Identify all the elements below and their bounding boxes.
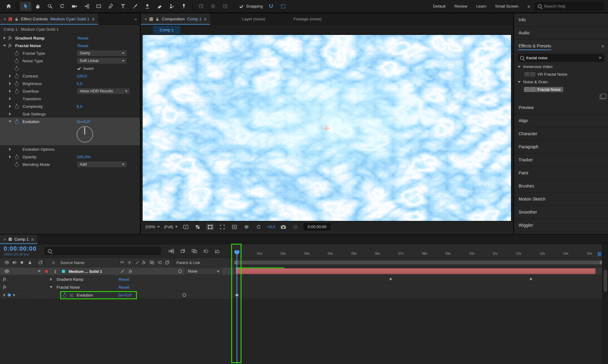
panel-menu-icon[interactable]: ≡ bbox=[31, 237, 34, 242]
reset-link[interactable]: Reset bbox=[119, 277, 129, 281]
panel-header-info[interactable]: Info bbox=[514, 13, 608, 26]
panel-menu-icon[interactable]: ≡ bbox=[601, 43, 604, 49]
show-snapshot-icon[interactable] bbox=[292, 224, 300, 230]
evolution-dial[interactable] bbox=[77, 126, 93, 143]
zoom-tool-icon[interactable] bbox=[44, 2, 56, 11]
effect-name[interactable]: Fractal Noise bbox=[57, 285, 80, 289]
camera-tool-icon[interactable] bbox=[69, 2, 80, 11]
twirl-right-icon[interactable] bbox=[4, 36, 5, 39]
type-tool-icon[interactable] bbox=[117, 2, 129, 11]
fx-badge-icon[interactable]: fx bbox=[9, 43, 12, 48]
parent-dropdown[interactable]: None bbox=[185, 268, 222, 275]
resolution-dropdown[interactable]: (Full) bbox=[164, 225, 178, 229]
region-of-interest-icon[interactable] bbox=[218, 224, 226, 230]
layer-fx-switch[interactable]: fx bbox=[129, 269, 132, 274]
graph-editor-icon[interactable] bbox=[213, 247, 222, 255]
panel-header-brushes[interactable]: Brushes bbox=[514, 180, 608, 193]
fractal-noise-row[interactable]: fx Fractal Noise Reset bbox=[0, 283, 234, 291]
keyframe-toggle-icon[interactable] bbox=[7, 293, 11, 297]
property-pickwhip-icon[interactable] bbox=[182, 293, 186, 297]
property-value[interactable]: 6,0 bbox=[77, 104, 82, 108]
property-value[interactable]: 0,0 bbox=[77, 81, 82, 86]
work-area-start-handle[interactable] bbox=[235, 261, 237, 264]
scrollbar-thumb[interactable] bbox=[604, 270, 607, 292]
effect-name[interactable]: Gradient Ramp bbox=[57, 277, 83, 281]
effect-control-point[interactable] bbox=[324, 126, 328, 130]
panel-header-motion-sketch[interactable]: Motion Sketch bbox=[514, 193, 608, 206]
close-icon[interactable]: × bbox=[4, 17, 6, 22]
parent-pickwhip-icon[interactable] bbox=[178, 270, 182, 273]
twirl-down-icon[interactable] bbox=[9, 121, 12, 122]
panel-header-preview[interactable]: Preview bbox=[514, 101, 608, 114]
layer-quality-switch[interactable] bbox=[120, 269, 124, 273]
layer-eye-icon[interactable] bbox=[4, 270, 9, 273]
hand-tool-icon[interactable] bbox=[32, 2, 43, 11]
stopwatch-icon[interactable] bbox=[15, 104, 19, 109]
panel-menu-icon[interactable]: ≡ bbox=[204, 16, 207, 22]
twirl-right-icon[interactable] bbox=[9, 148, 11, 151]
frame-blending-icon[interactable] bbox=[190, 247, 199, 255]
stopwatch-icon[interactable] bbox=[15, 74, 19, 78]
stopwatch-icon[interactable] bbox=[15, 51, 19, 56]
timeline-scrollbar[interactable] bbox=[602, 244, 608, 364]
twirl-right-icon[interactable] bbox=[9, 155, 11, 158]
fx-badge-icon[interactable]: fx bbox=[3, 285, 6, 290]
property-value[interactable]: 100,0% bbox=[77, 154, 91, 159]
stopwatch-icon[interactable] bbox=[15, 58, 19, 63]
layer-row[interactable]: 1 Medium ... Solid 1 fx None bbox=[0, 267, 234, 275]
panel-overflow-chevron[interactable]: » bbox=[134, 16, 137, 22]
exposure-value[interactable]: +0,0 bbox=[267, 225, 275, 229]
work-area-end-handle[interactable] bbox=[600, 261, 602, 264]
twirl-right-icon[interactable] bbox=[9, 74, 11, 77]
layer-duration-bar[interactable] bbox=[236, 268, 596, 274]
comp-viewer-tab[interactable]: Comp 1 bbox=[153, 26, 180, 34]
close-icon[interactable]: × bbox=[144, 17, 147, 22]
gradient-ramp-row[interactable]: fx Gradient Ramp Reset bbox=[0, 275, 234, 283]
world-axis-mode-icon[interactable] bbox=[207, 2, 219, 11]
effects-presets-search-box[interactable]: × bbox=[518, 54, 604, 62]
next-keyframe-icon[interactable] bbox=[13, 294, 15, 297]
twirl-right-icon[interactable] bbox=[9, 97, 11, 100]
keyframe-dot[interactable] bbox=[530, 278, 532, 280]
workspace-small-screen[interactable]: Small Screen bbox=[491, 4, 523, 9]
close-icon[interactable]: × bbox=[4, 237, 6, 242]
timeline-search-input[interactable] bbox=[54, 249, 158, 253]
mini-flowchart-icon[interactable] bbox=[167, 247, 176, 255]
motion-blur-icon[interactable] bbox=[201, 247, 210, 255]
view-axis-mode-icon[interactable] bbox=[220, 2, 231, 11]
reset-link[interactable]: Reset bbox=[78, 43, 88, 48]
panel-header-paint[interactable]: Paint bbox=[514, 167, 608, 180]
eraser-tool-icon[interactable] bbox=[154, 2, 165, 11]
stopwatch-icon[interactable] bbox=[15, 89, 19, 94]
stopwatch-active-icon[interactable] bbox=[63, 293, 67, 297]
workspace-review[interactable]: Review bbox=[450, 4, 471, 9]
fx-badge-icon[interactable]: fx bbox=[9, 36, 12, 40]
pen-tool-icon[interactable] bbox=[105, 2, 116, 11]
panel-header-paragraph[interactable]: Paragraph bbox=[514, 140, 608, 153]
fractal-type-dropdown[interactable]: Swirly bbox=[77, 50, 127, 57]
graph-toggle-icon[interactable] bbox=[70, 293, 74, 297]
blending-mode-dropdown[interactable]: Add bbox=[77, 161, 127, 168]
layer-name[interactable]: Medium ... Solid 1 bbox=[69, 269, 102, 273]
brush-tool-icon[interactable] bbox=[130, 2, 141, 11]
selection-tool-icon[interactable] bbox=[20, 2, 31, 11]
evolution-row[interactable]: Evolution 0x+0,0° bbox=[0, 291, 234, 299]
twirl-right-icon[interactable] bbox=[50, 278, 52, 281]
twirl-right-icon[interactable] bbox=[9, 90, 11, 93]
property-value[interactable]: 0x+0,0° bbox=[77, 119, 91, 124]
time-ruler[interactable]: 01s 02s 03s 04s 05s 06s 07s 08s 09s 10s … bbox=[234, 244, 602, 258]
property-value[interactable]: 100,0 bbox=[77, 74, 87, 78]
fractal-noise-preview[interactable] bbox=[143, 35, 511, 221]
snap-features-icon[interactable] bbox=[278, 2, 289, 11]
pan-behind-tool-icon[interactable] bbox=[81, 2, 92, 11]
composition-viewer[interactable] bbox=[141, 34, 513, 221]
playhead-line[interactable] bbox=[237, 255, 237, 364]
snap-options-icon[interactable] bbox=[266, 2, 277, 11]
prev-keyframe-icon[interactable] bbox=[3, 294, 5, 297]
current-timecode[interactable]: 0:00:00:00 bbox=[4, 245, 36, 252]
clone-stamp-tool-icon[interactable] bbox=[142, 2, 153, 11]
panel-header-smoother[interactable]: Smoother bbox=[514, 206, 608, 219]
viewer-timecode[interactable]: 0:00:00:00 bbox=[304, 223, 330, 230]
noise-type-dropdown[interactable]: Soft Linear bbox=[77, 57, 127, 64]
effect-row-fractal-noise[interactable]: fx Fractal Noise Reset bbox=[0, 42, 140, 49]
